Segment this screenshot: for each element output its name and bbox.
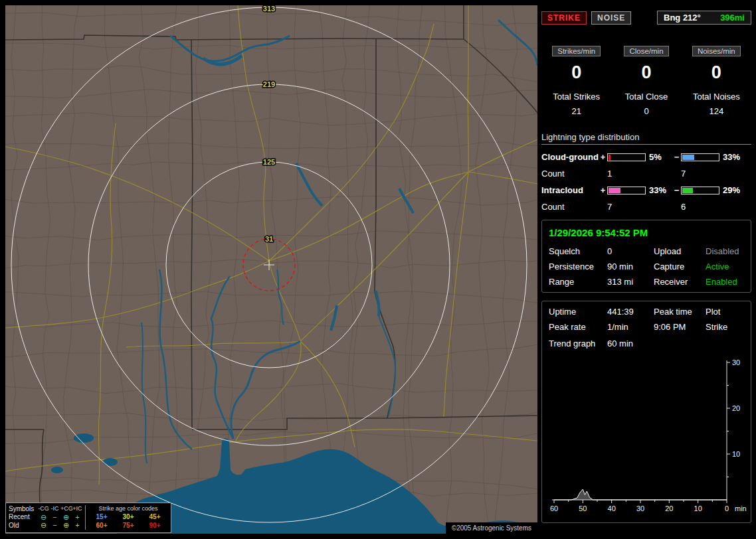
cg-negative-count: 7: [681, 169, 719, 179]
legend-col-header: -IC: [49, 506, 60, 512]
map-canvas[interactable]: 31125219313: [5, 5, 537, 534]
minus-icon: −: [49, 522, 60, 529]
ic-negative-pct: 29%: [719, 185, 742, 195]
legend-age-header: Strike age color codes: [88, 506, 168, 512]
bearing-distance: 396mi: [720, 13, 745, 23]
peak-rate-label: Peak rate: [549, 322, 607, 332]
intracloud-label: Intracloud: [541, 185, 599, 195]
svg-text:20: 20: [732, 404, 740, 412]
upload-label: Upload: [654, 246, 706, 256]
count-label: Count: [541, 202, 599, 212]
plot-value: Strike: [706, 322, 744, 332]
total-strikes-value: 21: [541, 106, 611, 116]
total-close-value: 0: [611, 106, 681, 116]
uptime-value: 441:39: [607, 307, 654, 317]
uptime-label: Uptime: [549, 307, 607, 317]
legend-row-label: Recent: [9, 514, 38, 520]
age-code: 30+: [115, 514, 142, 520]
peak-time-value: 9:06 PM: [654, 322, 706, 332]
legend-row-label: Old: [9, 522, 38, 529]
minus-sign: −: [672, 152, 681, 162]
legend-col-header: +IC: [72, 506, 83, 512]
peak-time-label: Peak time: [654, 307, 706, 317]
minus-sign: −: [672, 185, 681, 195]
cg-positive-count: 1: [607, 169, 646, 179]
close-per-min-column: Close/min 0 Total Close 0: [611, 44, 681, 116]
circle-plus-icon: ⊕: [60, 514, 72, 521]
indicator-bar: STRIKE NOISE Bng 212° 396mi: [541, 11, 751, 25]
app-window: 31125219313 Symbols -CG -IC +CG +IC Stri…: [0, 0, 756, 539]
upload-status: Disabled: [706, 246, 744, 256]
cg-positive-bar: [607, 153, 646, 161]
plus-sign: +: [599, 185, 607, 195]
receiver-label: Receiver: [654, 277, 706, 287]
cg-negative-bar: [681, 153, 719, 161]
age-code: 60+: [88, 522, 115, 529]
plus-sign: +: [599, 152, 607, 162]
plus-icon: +: [72, 522, 83, 529]
ic-negative-bar-fill: [682, 188, 693, 193]
strike-legend: Symbols -CG -IC +CG +IC Strike age color…: [5, 502, 171, 534]
ic-positive-bar: [607, 187, 646, 194]
svg-text:20: 20: [665, 504, 673, 512]
radar-map[interactable]: 31125219313 Symbols -CG -IC +CG +IC Stri…: [5, 5, 537, 534]
close-per-min-value: 0: [611, 62, 681, 83]
close-per-min-label: Close/min: [624, 46, 668, 56]
range-ring-label: 313: [263, 5, 275, 13]
strikes-per-min-label: Strikes/min: [552, 46, 601, 56]
persistence-value: 90 min: [607, 262, 654, 271]
trend-graph-label: Trend graph: [549, 339, 607, 348]
age-code: 45+: [142, 514, 168, 520]
cg-positive-bar-fill: [609, 155, 611, 160]
svg-text:60: 60: [550, 504, 558, 512]
total-noises-label: Total Noises: [682, 92, 751, 102]
svg-text:10: 10: [694, 504, 702, 512]
ic-negative-bar: [681, 187, 719, 194]
ic-positive-count: 7: [607, 202, 646, 212]
total-close-label: Total Close: [611, 92, 681, 102]
bearing-display: Bng 212° 396mi: [657, 11, 751, 25]
svg-text:min: min: [735, 504, 747, 512]
noises-per-min-label: Noises/min: [692, 46, 741, 56]
range-label: Range: [549, 277, 607, 287]
circle-minus-icon: ⊖: [38, 522, 49, 529]
peak-rate-value: 1/min: [607, 322, 654, 332]
capture-label: Capture: [654, 262, 706, 271]
rate-counters: Strikes/min 0 Total Strikes 21 Close/min…: [541, 44, 751, 116]
persistence-label: Persistence: [549, 262, 607, 271]
total-noises-value: 124: [682, 106, 751, 116]
bearing-value: Bng 212°: [664, 13, 701, 23]
noises-per-min-value: 0: [682, 62, 751, 83]
legend-col-header: -CG: [38, 506, 49, 512]
count-label: Count: [541, 169, 599, 179]
noise-indicator[interactable]: NOISE: [591, 11, 631, 25]
total-strikes-label: Total Strikes: [541, 92, 611, 102]
ic-negative-count: 6: [681, 202, 719, 212]
range-value: 313 mi: [607, 277, 654, 287]
plus-icon: +: [72, 514, 83, 521]
ic-positive-pct: 33%: [646, 185, 672, 195]
range-ring-label: 219: [263, 80, 275, 88]
receiver-status: Enabled: [706, 277, 744, 287]
trend-graph-value: 60 min: [607, 339, 654, 348]
stats-box: Uptime 441:39 Peak time Plot Peak rate 1…: [541, 301, 751, 523]
strike-indicator[interactable]: STRIKE: [541, 11, 587, 25]
svg-text:30: 30: [732, 358, 740, 366]
divider: [541, 144, 751, 145]
svg-text:30: 30: [636, 504, 644, 512]
ic-positive-bar-fill: [609, 188, 620, 193]
range-ring-label: 31: [265, 235, 273, 243]
trend-series: [554, 489, 727, 500]
range-ring-label: 125: [263, 158, 275, 166]
status-box: 1/29/2026 9:54:52 PM Squelch 0 Upload Di…: [541, 220, 751, 293]
distribution-title: Lightning type distribution: [541, 132, 751, 142]
minus-icon: −: [49, 514, 60, 521]
age-code: 75+: [115, 522, 142, 529]
control-panel: STRIKE NOISE Bng 212° 396mi Strikes/min …: [541, 5, 751, 523]
circle-plus-icon: ⊕: [60, 522, 72, 529]
age-code: 15+: [88, 514, 115, 520]
plot-label: Plot: [706, 307, 744, 317]
lightning-distribution: Lightning type distribution Cloud-ground…: [541, 132, 751, 212]
svg-text:0: 0: [725, 504, 729, 512]
cg-negative-bar-fill: [682, 155, 694, 160]
